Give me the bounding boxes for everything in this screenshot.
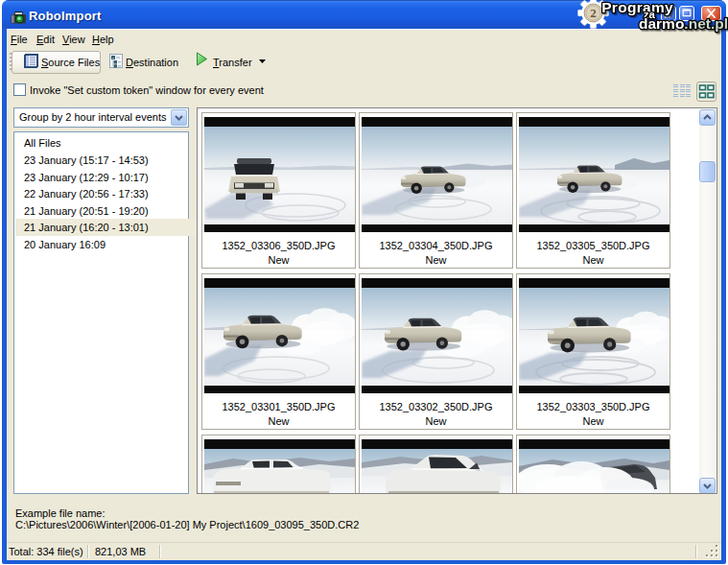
svg-text:Programy: Programy (601, 0, 673, 15)
svg-text:darmo.net.pl: darmo.net.pl (639, 15, 728, 32)
